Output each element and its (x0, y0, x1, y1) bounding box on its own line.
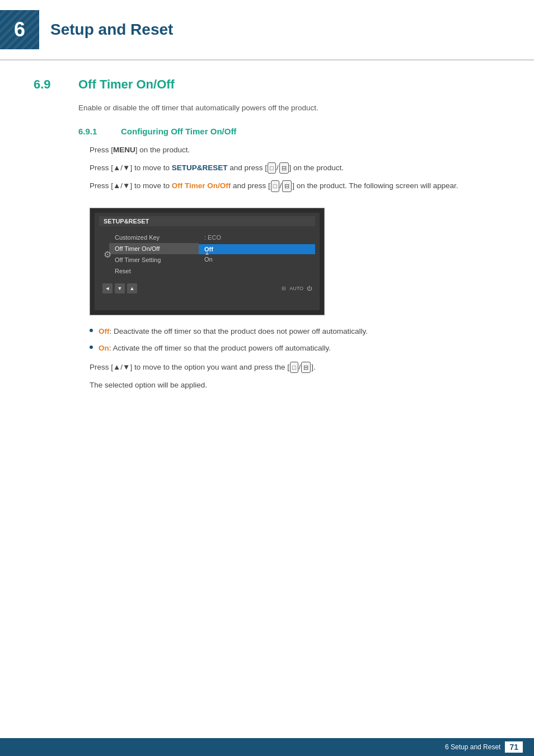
bullet-list: Off: Deactivate the off timer so that th… (90, 325, 500, 354)
bullet-dot-on (90, 346, 93, 349)
enter-icon3: □ (271, 180, 279, 192)
section-number: 6.9 (34, 77, 67, 92)
setup-reset-label: SETUP&RESET (172, 164, 228, 172)
menu-key: MENU (113, 146, 135, 154)
menu-right: : ECO Off On (199, 230, 315, 279)
menu-item-customized: Customized Key (109, 232, 199, 243)
enter-icon2: ⊟ (279, 162, 289, 174)
gear-icon: ⚙ (104, 249, 111, 260)
screenshot-inner: SETUP&RESET ▲ ⚙ Customized Key Off Timer… (95, 213, 320, 310)
section-title: Off Timer On/Off (78, 77, 175, 92)
final-para2: The selected option will be applied. (90, 379, 500, 391)
main-content: 6.9 Off Timer On/Off Enable or disable t… (0, 77, 534, 442)
nav-up: ▲ (127, 283, 137, 293)
page-footer: 6 Setup and Reset 71 (0, 738, 534, 756)
up-arrow: ▲ (204, 250, 210, 256)
enter-icon4: ⊟ (282, 180, 292, 192)
option-off: Off (199, 244, 315, 254)
chapter-number: 6 (14, 18, 25, 41)
power-icon: ⏻ (307, 286, 312, 291)
bullet-item-on: On: Activate the off timer so that the p… (90, 342, 500, 354)
menu-item-offtimersetting: Off Timer Setting (109, 254, 199, 265)
menu-left: Customized Key Off Timer On/Off Off Time… (109, 230, 199, 279)
menu-bar: SETUP&RESET (99, 216, 315, 226)
monitor-icon: ⊟ (282, 286, 286, 291)
screenshot-wrapper: SETUP&RESET ▲ ⚙ Customized Key Off Timer… (90, 208, 325, 315)
final-para1: Press [▲/▼] to move to the option you wa… (90, 361, 500, 374)
screenshot-bottom: ◄ ▼ ▲ ⊟ AUTO ⏻ (99, 281, 315, 293)
chapter-title: Setup and Reset (50, 21, 173, 39)
subsection-heading: 6.9.1 Configuring Off Timer On/Off (78, 127, 500, 136)
enter-icon5: □ (290, 362, 298, 373)
menu-item-offtimer: Off Timer On/Off (109, 243, 199, 254)
nav-left: ◄ (102, 283, 113, 293)
status-icons: ⊟ AUTO ⏻ (282, 286, 312, 291)
menu-item-reset: Reset (109, 265, 199, 277)
footer-section-label: 6 Setup and Reset (445, 743, 500, 751)
nav-icons: ◄ ▼ ▲ (102, 283, 137, 293)
bullet-off-text: Off: Deactivate the off timer so that th… (99, 325, 368, 338)
right-label: : ECO (199, 232, 315, 243)
chapter-header: 6 Setup and Reset (0, 0, 534, 60)
subsection-title: Configuring Off Timer On/Off (121, 127, 236, 136)
off-timer-label: Off Timer On/Off (172, 181, 231, 190)
nav-down: ▼ (115, 283, 125, 293)
subsection-number: 6.9.1 (78, 127, 112, 136)
option-on: On (199, 254, 315, 264)
bullet-dot-off (90, 329, 93, 332)
auto-label: AUTO (289, 286, 303, 291)
para3: Press [▲/▼] to move to Off Timer On/Off … (90, 180, 500, 192)
section-heading: 6.9 Off Timer On/Off (34, 77, 500, 92)
para2: Press [▲/▼] to move to SETUP&RESET and p… (90, 162, 500, 174)
para1: Press [MENU] on the product. (90, 144, 500, 156)
screenshot: SETUP&RESET ▲ ⚙ Customized Key Off Timer… (90, 208, 325, 315)
chapter-box: 6 (0, 10, 39, 49)
enter-icon1: □ (268, 162, 276, 174)
enter-icon6: ⊟ (301, 362, 311, 373)
bullet-item-off: Off: Deactivate the off timer so that th… (90, 325, 500, 338)
footer-page-number: 71 (505, 741, 523, 753)
section-description: Enable or disable the off timer that aut… (78, 102, 500, 114)
bullet-on-text: On: Activate the off timer so that the p… (99, 342, 331, 354)
